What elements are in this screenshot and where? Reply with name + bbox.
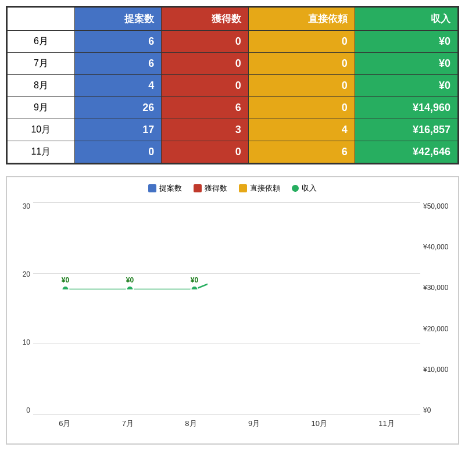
- table-row: 10月 17 3 4 ¥16,857: [8, 119, 458, 141]
- table-row: 6月 6 0 0 ¥0: [8, 31, 458, 53]
- cell-proposals: 26: [74, 97, 162, 119]
- cell-direct: 0: [248, 75, 355, 97]
- table-row: 7月 6 0 0 ¥0: [8, 53, 458, 75]
- cell-proposals: 17: [74, 119, 162, 141]
- y-axis-right: ¥50,000 ¥40,000 ¥30,000 ¥20,000 ¥10,000 …: [420, 199, 452, 432]
- chart-area: 30 20 10 0 66426617346 ¥0¥0¥0¥14,960¥16,…: [13, 199, 452, 432]
- cell-proposals: 4: [74, 75, 162, 97]
- legend-proposals-label: 提案数: [159, 183, 182, 194]
- cell-direct: 0: [248, 53, 355, 75]
- legend-acquisitions: 獲得数: [194, 183, 227, 194]
- table-row: 8月 4 0 0 ¥0: [8, 75, 458, 97]
- cell-proposals: 6: [74, 31, 162, 53]
- x-labels: 6月7月8月9月10月11月: [33, 418, 420, 429]
- header-direct: 直接依頼: [248, 8, 355, 31]
- x-label: 7月: [122, 418, 134, 429]
- legend-direct-label: 直接依頼: [250, 183, 280, 194]
- bar-proposals-label: 4: [178, 403, 181, 410]
- x-label: 8月: [185, 418, 196, 429]
- bar-proposals-label: 6: [113, 403, 117, 410]
- cell-month: 9月: [8, 97, 75, 119]
- table-row: 11月 0 0 6 ¥42,646: [8, 141, 458, 163]
- legend-acquisitions-label: 獲得数: [205, 183, 227, 194]
- cell-month: 8月: [8, 75, 75, 97]
- cell-income: ¥14,960: [355, 97, 457, 119]
- legend-direct: 直接依頼: [239, 183, 280, 194]
- cell-acquisitions: 0: [162, 141, 249, 163]
- cell-proposals: 6: [74, 53, 162, 75]
- x-label: 11月: [378, 418, 394, 429]
- legend-income: 収入: [292, 183, 317, 194]
- cell-acquisitions: 0: [162, 53, 249, 75]
- cell-acquisitions: 3: [162, 119, 249, 141]
- x-label: 6月: [59, 418, 70, 429]
- bar-direct-label: 6: [400, 403, 404, 410]
- grid-line: [33, 414, 420, 415]
- legend-acquisitions-color: [194, 184, 202, 192]
- cell-income: ¥0: [355, 53, 457, 75]
- chart-inner: 66426617346 ¥0¥0¥0¥14,960¥16,857¥42,646 …: [33, 199, 420, 432]
- cell-acquisitions: 0: [162, 75, 249, 97]
- stats-table: 提案数 獲得数 直接依頼 収入 6月 6 0 0 ¥0 7月 6 0 0 ¥0 …: [6, 6, 459, 164]
- y-axis-left: 30 20 10 0: [13, 199, 33, 432]
- cell-month: 11月: [8, 141, 75, 163]
- cell-income: ¥0: [355, 31, 457, 53]
- legend-income-label: 収入: [302, 183, 317, 194]
- cell-income: ¥42,646: [355, 141, 457, 163]
- header-acquisitions: 獲得数: [162, 8, 249, 31]
- bar-proposals-label: 6: [49, 403, 52, 410]
- header-income: 収入: [355, 8, 457, 31]
- cell-month: 10月: [8, 119, 75, 141]
- cell-income: ¥16,857: [355, 119, 457, 141]
- cell-direct: 0: [248, 31, 355, 53]
- cell-acquisitions: 6: [162, 97, 249, 119]
- table-header: 提案数 獲得数 直接依頼 収入: [8, 8, 458, 31]
- legend-proposals: 提案数: [148, 183, 182, 194]
- bar-proposals-label: 17: [305, 403, 312, 410]
- header-proposals: 提案数: [74, 8, 162, 31]
- legend-income-color: [292, 185, 299, 192]
- chart-legend: 提案数 獲得数 直接依頼 収入: [13, 183, 452, 194]
- cell-direct: 0: [248, 97, 355, 119]
- cell-month: 6月: [8, 31, 75, 53]
- cell-income: ¥0: [355, 75, 457, 97]
- cell-month: 7月: [8, 53, 75, 75]
- bar-direct-label: 4: [336, 403, 339, 410]
- header-month: [8, 8, 75, 31]
- bar-acquisitions-label: 6: [257, 403, 260, 410]
- bars-area: 66426617346: [33, 202, 420, 414]
- cell-acquisitions: 0: [162, 31, 249, 53]
- x-label: 9月: [248, 418, 260, 429]
- cell-proposals: 0: [74, 141, 162, 163]
- x-label: 10月: [311, 418, 327, 429]
- cell-direct: 4: [248, 119, 355, 141]
- table-row: 9月 26 6 0 ¥14,960: [8, 97, 458, 119]
- cell-direct: 6: [248, 141, 355, 163]
- legend-proposals-color: [148, 184, 156, 192]
- legend-direct-color: [239, 184, 247, 192]
- bar-acquisitions-label: 3: [321, 403, 325, 410]
- chart-container: 提案数 獲得数 直接依頼 収入 30 20 10 0 66426617346 ¥…: [6, 176, 459, 445]
- bar-proposals-label: 26: [241, 403, 248, 410]
